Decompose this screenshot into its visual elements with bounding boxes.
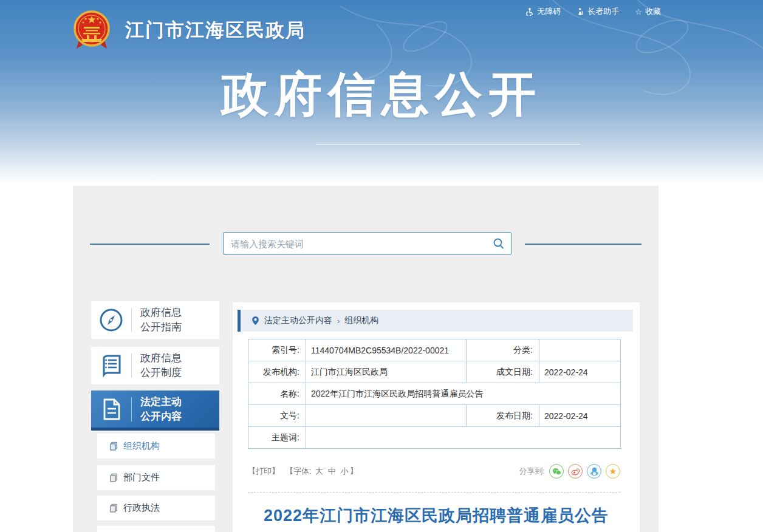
table-row: 文号: 发布日期: 2022-02-24 [248, 405, 621, 427]
weibo-icon [571, 467, 580, 476]
subitem-label: 行政执法 [123, 502, 160, 514]
name-label: 名称: [248, 383, 306, 405]
share-favorite-button[interactable]: ★ [606, 464, 620, 479]
breadcrumb-parent[interactable]: 法定主动公开内容 [264, 315, 332, 326]
search-button[interactable] [487, 233, 511, 254]
index-number-label: 索引号: [248, 339, 306, 361]
national-emblem-logo [73, 10, 111, 51]
sidebar-subitem-partial [97, 526, 215, 532]
share-qq-button[interactable] [587, 464, 601, 479]
search-divider-right [525, 244, 642, 245]
search-input[interactable] [224, 239, 487, 249]
keywords-label: 主题词: [248, 427, 306, 449]
accessibility-label: 无障碍 [537, 6, 561, 17]
site-brand: 江门市江海区民政局 [73, 10, 306, 51]
index-number-value: 11440704MB2C95534B/2022-00021 [306, 339, 467, 361]
print-font-controls: 【打印】 【字体: 大 中 小 】 [248, 466, 358, 477]
banner: 无障碍 长者助手 ☆ 收藏 [0, 0, 763, 186]
site-title: 江门市江海区民政局 [125, 18, 306, 43]
font-size-prefix: 【字体: [286, 466, 312, 477]
table-row: 索引号: 11440704MB2C95534B/2022-00021 分类: [248, 339, 621, 361]
doc-number-value [306, 405, 467, 427]
share-label: 分享到: [519, 466, 545, 477]
accessibility-link[interactable]: 无障碍 [525, 6, 561, 17]
table-row: 名称: 2022年江门市江海区民政局招聘普通雇员公告 [248, 383, 621, 405]
elder-assistant-label: 长者助手 [587, 6, 619, 17]
publish-date-label: 发布日期: [467, 405, 539, 427]
location-pin-icon [251, 316, 259, 326]
sidebar-item-system[interactable]: 政府信息 公开制度 [91, 347, 219, 384]
font-size-large-button[interactable]: 大 [315, 466, 323, 477]
banner-title: 政府信息公开 [0, 63, 763, 127]
sidebar-item-label: 政府信息 公开指南 [132, 305, 219, 335]
document-icon [91, 397, 131, 422]
elder-assistant-link[interactable]: 长者助手 [577, 6, 619, 17]
search-divider-left [90, 244, 210, 245]
pages-icon [109, 473, 118, 482]
font-size-medium-button[interactable]: 中 [328, 466, 336, 477]
banner-underline [316, 144, 580, 145]
page: 无障碍 长者助手 ☆ 收藏 [0, 0, 763, 532]
breadcrumb-separator: › [337, 316, 340, 326]
qq-penguin-icon [590, 467, 598, 476]
publisher-value: 江门市江海区民政局 [306, 361, 467, 383]
pages-icon [109, 442, 118, 451]
category-value [539, 339, 621, 361]
favorite-link[interactable]: ☆ 收藏 [635, 6, 661, 17]
sidebar-subitem-organization[interactable]: 组织机构 [97, 434, 215, 459]
sidebar-item-statutory-disclosure[interactable]: 法定主动 公开内容 [91, 390, 219, 431]
share-bar: 分享到: [519, 464, 620, 479]
font-size-small-button[interactable]: 小 [341, 466, 349, 477]
subitem-label: 部门文件 [123, 472, 160, 483]
search-box [223, 232, 512, 255]
subitem-label: 组织机构 [123, 440, 160, 452]
sidebar-subitem-department-documents[interactable]: 部门文件 [97, 465, 215, 490]
share-wechat-button[interactable] [549, 464, 564, 479]
star-icon: ★ [609, 467, 617, 476]
breadcrumb: 法定主动公开内容 › 组织机构 [241, 310, 633, 332]
publisher-label: 发布机构: [248, 361, 306, 383]
wechat-icon [552, 468, 561, 476]
favorite-label: 收藏 [645, 6, 661, 17]
write-date-value: 2022-02-24 [539, 361, 621, 383]
wheelchair-icon [525, 7, 534, 16]
search-icon [493, 237, 505, 250]
elder-person-icon [577, 7, 584, 16]
share-weibo-button[interactable] [568, 464, 583, 479]
topbar: 无障碍 长者助手 ☆ 收藏 [525, 6, 661, 17]
sidebar-item-label: 政府信息 公开制度 [132, 351, 219, 380]
font-size-suffix: 】 [350, 466, 358, 477]
article-tools: 【打印】 【字体: 大 中 小 】 分享到: [248, 463, 620, 479]
name-value: 2022年江门市江海区民政局招聘普通雇员公告 [306, 383, 621, 405]
font-size-controls: 【字体: 大 中 小 】 [286, 466, 358, 477]
pages-icon [109, 503, 118, 513]
sidebar-item-label: 法定主动 公开内容 [132, 395, 219, 424]
document-meta-table: 索引号: 11440704MB2C95534B/2022-00021 分类: 发… [248, 339, 621, 449]
book-icon [91, 353, 131, 378]
doc-number-label: 文号: [248, 405, 306, 427]
print-button[interactable]: 【打印】 [248, 466, 279, 477]
star-outline-icon: ☆ [635, 7, 642, 16]
write-date-label: 成文日期: [467, 361, 539, 383]
table-row: 发布机构: 江门市江海区民政局 成文日期: 2022-02-24 [248, 361, 621, 383]
dashed-separator [248, 492, 620, 493]
compass-icon [91, 307, 131, 333]
sidebar-subitem-administrative-enforcement[interactable]: 行政执法 [97, 496, 215, 520]
breadcrumb-current[interactable]: 组织机构 [344, 315, 378, 326]
category-label: 分类: [467, 339, 539, 361]
table-row: 主题词: [248, 427, 621, 449]
keywords-value [306, 427, 621, 449]
publish-date-value: 2022-02-24 [539, 405, 621, 427]
sidebar-item-guide[interactable]: 政府信息 公开指南 [91, 301, 219, 339]
article-title: 2022年江门市江海区民政局招聘普通雇员公告 [233, 505, 640, 527]
